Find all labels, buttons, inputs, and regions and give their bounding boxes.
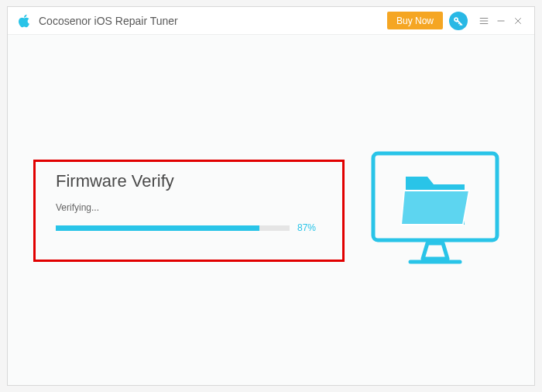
firmware-verify-panel: Firmware Verify Verifying... 87%: [33, 160, 345, 262]
content-area: Firmware Verify Verifying... 87%: [8, 35, 534, 385]
register-key-button[interactable]: [449, 12, 468, 30]
progress-fill: [56, 225, 259, 231]
app-window: Cocosenor iOS Repair Tuner Buy Now Firmw…: [7, 6, 535, 386]
close-button[interactable]: [509, 7, 527, 35]
app-logo-icon: [15, 12, 33, 29]
menu-button[interactable]: [475, 7, 492, 35]
progress-bar: [56, 225, 290, 231]
verifying-status-text: Verifying...: [56, 202, 322, 213]
app-title: Cocosenor iOS Repair Tuner: [39, 15, 178, 27]
progress-percent-label: 87%: [297, 222, 316, 233]
buy-now-button[interactable]: Buy Now: [387, 12, 443, 29]
titlebar: Cocosenor iOS Repair Tuner Buy Now: [8, 7, 534, 35]
progress-row: 87%: [56, 222, 322, 233]
minimize-button[interactable]: [492, 7, 509, 35]
monitor-folder-illustration: [369, 149, 502, 273]
firmware-verify-heading: Firmware Verify: [56, 171, 322, 191]
